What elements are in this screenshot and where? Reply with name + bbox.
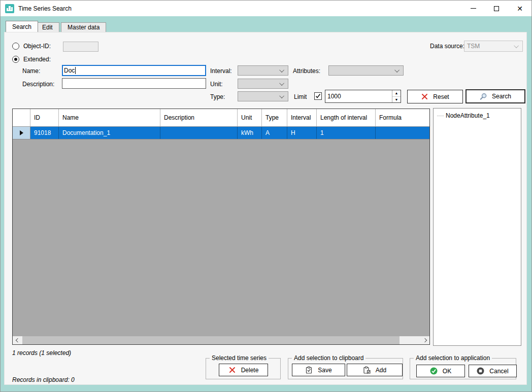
grid-header-row: ID Name Description Unit Type Interval L… <box>13 109 429 127</box>
interval-label: Interval: <box>210 67 232 75</box>
ok-button[interactable]: OK <box>416 365 465 377</box>
grid-header-formula[interactable]: Formula <box>376 109 429 126</box>
checkbox-check-icon <box>315 93 321 99</box>
time-series-search-window: Time Series Search ✕ Search Edit Master … <box>0 0 532 392</box>
unit-select[interactable] <box>238 79 288 89</box>
tree-item-nodeattribute[interactable]: NodeAttribute_1 <box>437 112 521 119</box>
tree-item-label: NodeAttribute_1 <box>446 112 490 119</box>
attributes-label: Attributes: <box>293 67 320 75</box>
ok-button-label: OK <box>443 368 451 375</box>
grid-header-unit[interactable]: Unit <box>238 109 262 126</box>
tab-edit-label: Edit <box>42 24 53 31</box>
extended-label: Extended: <box>23 56 51 63</box>
limit-spinner[interactable]: 1000 ▲ ▼ <box>325 90 401 103</box>
window-title: Time Series Search <box>18 5 72 12</box>
data-source-label: Data source: <box>430 43 464 50</box>
cell-id: 91018 <box>30 127 59 139</box>
clipboard-check-icon <box>305 366 313 374</box>
search-button[interactable]: Search <box>466 89 525 103</box>
cancel-circle-icon <box>477 367 484 375</box>
description-label: Description: <box>22 81 54 88</box>
type-select[interactable] <box>238 91 288 101</box>
type-label: Type: <box>210 93 225 100</box>
reset-x-icon <box>421 93 428 100</box>
data-source-select[interactable]: TSM <box>464 41 523 52</box>
cancel-button-label: Cancel <box>489 368 508 375</box>
text-caret <box>75 67 76 74</box>
cancel-button[interactable]: Cancel <box>469 365 517 377</box>
chevron-down-icon <box>514 43 519 48</box>
maximize-button[interactable] <box>485 1 508 16</box>
tab-master-data[interactable]: Master data <box>61 22 106 32</box>
chevron-right-icon <box>422 338 426 342</box>
clipboard-add-icon <box>363 366 371 374</box>
group-add-to-clipboard: Add selection to clipboard Save Add <box>288 358 403 379</box>
extended-radio[interactable] <box>12 56 19 63</box>
description-input[interactable] <box>62 78 206 89</box>
delete-button[interactable]: Delete <box>219 364 268 376</box>
spinner-down-button[interactable]: ▼ <box>392 97 401 103</box>
grid-header-type[interactable]: Type <box>262 109 287 126</box>
name-input-value: Doc <box>64 67 75 74</box>
unit-label: Unit: <box>210 81 223 88</box>
limit-checkbox[interactable] <box>314 92 322 100</box>
tab-search[interactable]: Search <box>6 21 38 32</box>
close-icon: ✕ <box>517 5 523 12</box>
interval-select[interactable] <box>238 65 288 76</box>
group-add-to-application: Add selection to application OK Cancel <box>410 358 516 379</box>
chevron-down-icon <box>279 67 284 73</box>
group-clipboard-title: Add selection to clipboard <box>292 354 365 362</box>
close-button[interactable]: ✕ <box>508 1 531 16</box>
object-id-radio[interactable] <box>12 43 19 50</box>
cell-interval: H <box>287 127 317 139</box>
grid-header-id[interactable]: ID <box>30 109 59 126</box>
data-source-value: TSM <box>467 43 480 50</box>
results-grid: ID Name Description Unit Type Interval L… <box>12 109 430 345</box>
tab-strip: Search Edit Master data <box>1 16 531 32</box>
tab-search-label: Search <box>12 23 31 30</box>
attributes-select[interactable] <box>328 65 404 76</box>
name-input[interactable]: Doc <box>62 65 206 76</box>
save-button[interactable]: Save <box>292 364 345 376</box>
search-magnifier-icon <box>480 93 487 100</box>
scroll-right-button[interactable] <box>421 336 429 344</box>
reset-button-label: Reset <box>433 93 449 100</box>
limit-label: Limit <box>294 93 307 100</box>
object-id-input[interactable] <box>63 42 98 52</box>
add-button[interactable]: Add <box>347 364 403 376</box>
name-label: Name: <box>22 67 40 75</box>
minimize-button[interactable] <box>461 1 485 16</box>
node-attribute-tree: NodeAttribute_1 <box>433 108 521 346</box>
grid-horizontal-scrollbar[interactable] <box>13 336 429 344</box>
reset-button[interactable]: Reset <box>407 90 463 103</box>
grid-header-name[interactable]: Name <box>59 109 160 126</box>
search-tab-page: Object-ID: Data source: TSM Extended: Na… <box>4 32 527 385</box>
titlebar: Time Series Search ✕ <box>1 1 531 16</box>
delete-x-icon <box>228 366 236 374</box>
tab-master-data-label: Master data <box>68 24 99 31</box>
scrollbar-thumb[interactable] <box>22 336 400 344</box>
scroll-left-button[interactable] <box>13 336 21 344</box>
chevron-left-icon <box>15 338 19 342</box>
cell-formula <box>376 127 429 139</box>
tab-edit[interactable]: Edit <box>36 22 59 32</box>
row-selector-cell <box>13 127 30 139</box>
group-selected-time-series: Selected time series Delete <box>206 358 281 379</box>
grid-header-selector <box>13 109 30 126</box>
app-chart-icon <box>5 4 14 13</box>
ok-circle-icon <box>430 367 438 375</box>
cell-unit: kWh <box>238 127 262 139</box>
group-application-title: Add selection to application <box>414 354 492 362</box>
grid-header-length-of-interval[interactable]: Length of interval <box>317 109 376 126</box>
group-selected-title: Selected time series <box>210 354 269 362</box>
grid-header-interval[interactable]: Interval <box>287 109 317 126</box>
scrollbar-track[interactable] <box>400 336 421 344</box>
grid-empty-area <box>13 139 429 336</box>
grid-header-description[interactable]: Description <box>160 109 238 126</box>
spinner-up-button[interactable]: ▲ <box>392 90 401 97</box>
chevron-down-icon <box>394 67 400 73</box>
maximize-icon <box>494 6 499 11</box>
clipboard-records-status: Records in clipboard: 0 <box>12 376 75 383</box>
grid-row-selected[interactable]: 91018 Documentation_1 kWh A H 1 <box>13 127 429 139</box>
cell-type: A <box>262 127 287 139</box>
